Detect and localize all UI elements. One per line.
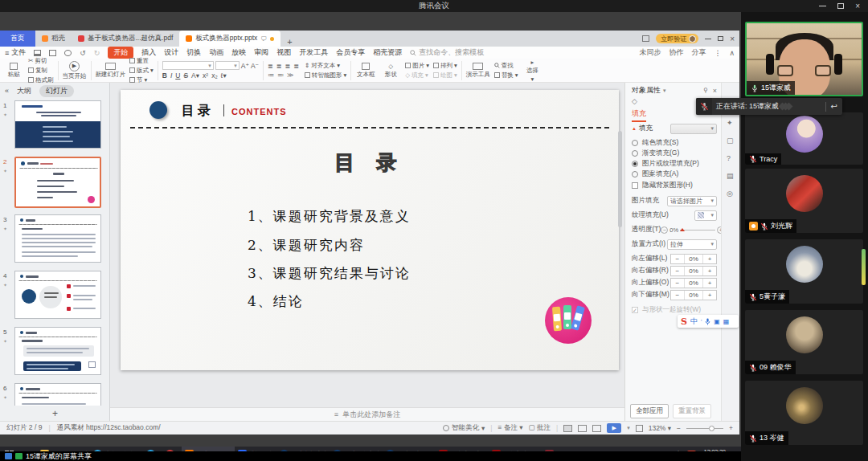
wps-minimize-icon[interactable] (705, 39, 711, 39)
help-pane-icon[interactable]: ? (727, 154, 731, 162)
textbox-button[interactable]: 文本框 (355, 63, 376, 79)
video-tile[interactable]: 刘光辉 (745, 169, 863, 233)
wps-close-icon[interactable]: × (730, 35, 735, 43)
ime-punct-icon[interactable]: ' (701, 319, 702, 324)
draw-button[interactable]: 绘图 ▾ (433, 71, 457, 80)
save-icon[interactable] (34, 50, 41, 56)
video-tile[interactable]: 5黄子濠 (745, 239, 863, 304)
numbering-icon[interactable]: ≕ (277, 71, 285, 79)
find-button[interactable]: 查找 (494, 62, 518, 70)
radio-solid-fill[interactable]: 纯色填充(S) (632, 137, 717, 149)
tab-slides[interactable]: 幻灯片 (39, 85, 74, 97)
zoom-knob[interactable] (709, 426, 714, 431)
select-button[interactable]: ▸选择 ▾ (522, 59, 542, 83)
smart-graphic-button[interactable]: 转智能图形 ▾ (305, 71, 346, 80)
arrange-button[interactable]: 排列 ▾ (433, 62, 457, 70)
apply-all-button[interactable]: 全部应用 (630, 404, 669, 418)
collab-button[interactable]: 协作 (669, 47, 683, 58)
copy-pane-icon[interactable]: ▢ (727, 137, 734, 145)
shape-button[interactable]: ◇形状 (380, 63, 401, 79)
toc-item-1[interactable]: 1、课题研究背景及意义 (248, 207, 411, 226)
ime-emoji-icon[interactable]: ▣ (714, 318, 720, 325)
radio-picture-fill[interactable]: 图片或纹理填充(P) (632, 158, 717, 169)
slide-thumbnail-4[interactable] (14, 271, 101, 319)
slide-header-subtitle[interactable]: CONTENTS (231, 107, 287, 116)
comment-bubble-icon[interactable]: 🗩 (260, 35, 267, 43)
tab-docer[interactable]: 稻壳 (35, 31, 72, 47)
fill-button[interactable]: ◇填充 ▾ (405, 71, 429, 80)
chevron-down-icon[interactable]: ▾ (663, 88, 666, 94)
slide-thumbnail-5[interactable] (14, 327, 101, 375)
undo-icon[interactable]: ↺ (80, 49, 86, 57)
maximize-icon[interactable] (837, 3, 844, 9)
verify-badge[interactable]: 立即验证 (656, 34, 698, 43)
preview-icon[interactable] (64, 50, 72, 56)
offset-right-stepper[interactable]: −0%+ (670, 266, 717, 276)
toc-item-4[interactable]: 4、结论 (248, 292, 304, 311)
contents-watermark[interactable]: 目 录 (121, 149, 619, 176)
play-dropdown-icon[interactable]: ▾ (627, 425, 630, 431)
offset-left-stepper[interactable]: −0%+ (670, 254, 717, 264)
font-color-button[interactable]: A▾ (191, 71, 199, 80)
sogou-logo-icon[interactable]: S (681, 316, 687, 327)
superscript-button[interactable]: x² (203, 71, 208, 80)
highlight-button[interactable]: ℓ▾ (221, 71, 227, 80)
slider-marker-icon[interactable] (680, 228, 685, 231)
canvas-scrollbar[interactable] (618, 131, 622, 227)
play-from-page-button[interactable]: ▶当页开始 (63, 61, 87, 80)
command-search[interactable]: 查找命令、搜索模板 (410, 47, 484, 58)
align-left-icon[interactable]: ≣ (268, 63, 275, 70)
sorter-view-icon[interactable] (578, 425, 587, 432)
video-tile[interactable]: 13 岑健 (745, 381, 863, 445)
menu-tab-slideshow[interactable]: 放映 (231, 47, 246, 58)
apps-grid-icon[interactable] (642, 35, 649, 42)
normal-view-icon[interactable] (563, 425, 572, 432)
bullets-icon[interactable]: ≔ (268, 71, 276, 79)
binder-clipart[interactable] (545, 297, 592, 344)
file-menu[interactable]: ≡文件 (5, 47, 26, 58)
reading-view-icon[interactable] (592, 425, 601, 432)
collapse-ribbon-icon[interactable]: ∧ (729, 49, 735, 57)
present-tools-button[interactable]: 演示工具 (466, 63, 490, 79)
shape-category-icon[interactable]: ◇ (632, 97, 637, 105)
tab-pptx-doc[interactable]: 板式换热器pptx.pptx🗩 (179, 31, 280, 47)
clipart-pane-icon[interactable]: ▤ (727, 172, 734, 180)
menu-tab-animation[interactable]: 动画 (209, 47, 223, 58)
effects-pane-icon[interactable]: ✦ (727, 119, 733, 127)
slide[interactable]: 目录 CONTENTS 目 录 1、课题研究背景及意义 2、课题研究内容 3、课… (121, 90, 619, 370)
add-slide-button[interactable]: + (0, 406, 110, 421)
sidebar-scrollbar[interactable] (862, 249, 866, 285)
paste-button[interactable]: 粘贴 (3, 63, 24, 79)
slide-header-title[interactable]: 目录 (182, 103, 214, 120)
wps-maximize-icon[interactable] (718, 36, 723, 41)
align-text-button[interactable]: ⇕对齐文本 ▾ (305, 62, 346, 70)
toc-item-3[interactable]: 3、课题研究结果与讨论 (248, 264, 411, 283)
strike-button[interactable]: S (183, 71, 188, 80)
slide-thumbnail-3[interactable] (14, 214, 101, 263)
close-icon[interactable]: × (855, 2, 860, 10)
material-link[interactable]: 通风素材 https://12sc.taobao.com/ (57, 423, 161, 433)
video-tile[interactable]: Tracy (745, 112, 863, 165)
layout-button[interactable]: 版式 ▾ (129, 67, 154, 75)
font-name-select[interactable]: ▾ (162, 61, 214, 70)
offset-down-stepper[interactable]: −0%+ (670, 290, 717, 300)
notes-bar[interactable]: ≡ 单击此处添加备注 (110, 407, 624, 421)
fill-preview-select[interactable]: ▾ (670, 124, 717, 134)
offset-up-stepper[interactable]: −0%+ (670, 278, 717, 288)
ime-mode-indicator[interactable]: 中 (690, 316, 698, 327)
toc-item-2[interactable]: 2、课题研究内容 (248, 236, 365, 255)
comments-toggle[interactable]: ▢ 批注 (529, 423, 551, 433)
redo-icon[interactable]: ↻ (94, 49, 100, 57)
ime-keyboard-icon[interactable]: ▦ (723, 318, 730, 325)
picture-fill-select[interactable]: 请选择图片▾ (667, 196, 717, 206)
bold-button[interactable]: B (162, 71, 167, 80)
cut-button[interactable]: ✂剪切 (28, 57, 54, 65)
indent-icon[interactable]: ≫ (287, 71, 295, 79)
ime-mic-icon[interactable] (705, 318, 710, 325)
zoom-out-button[interactable]: − (677, 424, 681, 432)
zoom-in-button[interactable]: + (729, 424, 733, 432)
menu-tab-view[interactable]: 视图 (276, 47, 291, 58)
replace-button[interactable]: 替换 ▾ (494, 71, 518, 80)
font-shrink-button[interactable]: A⁻ (251, 62, 259, 70)
placement-select[interactable]: 拉伸▾ (667, 239, 717, 250)
